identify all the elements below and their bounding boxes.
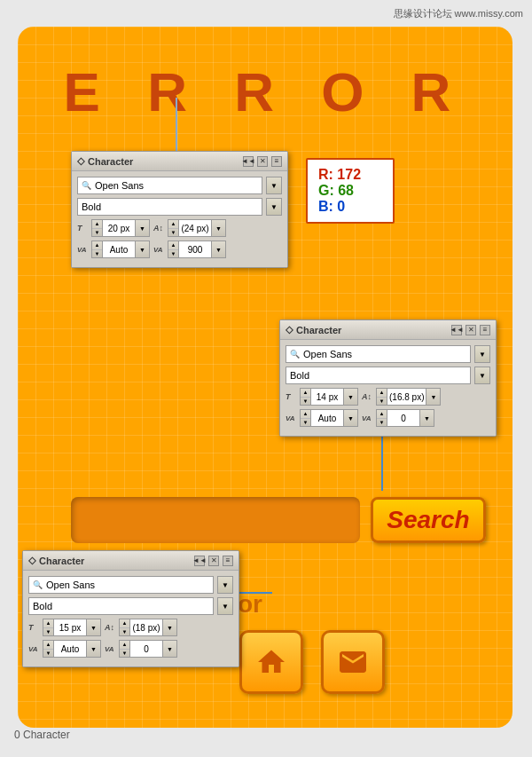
close-button-2[interactable]: ✕ [466, 325, 476, 335]
style-dropdown-3[interactable]: ▼ [217, 597, 233, 615]
size-dropdown-1[interactable]: ▼ [136, 219, 150, 237]
style-dropdown-1[interactable]: ▼ [266, 198, 282, 216]
size-down-3[interactable]: ▼ [43, 628, 53, 636]
kern-value-1[interactable]: Auto [102, 241, 136, 258]
close-button-3[interactable]: ✕ [208, 556, 219, 566]
track-arrows-3[interactable]: ▲ ▼ [119, 640, 129, 658]
kern-down-3[interactable]: ▼ [43, 650, 53, 658]
size-up-1[interactable]: ▲ [92, 220, 102, 229]
leading-arrows-2[interactable]: ▲ ▼ [376, 388, 387, 406]
leading-down-1[interactable]: ▼ [168, 229, 178, 237]
leading-dropdown-3[interactable]: ▼ [163, 619, 177, 636]
size-arrows-1[interactable]: ▲ ▼ [91, 219, 102, 237]
leading-value-3[interactable]: (18 px) [129, 619, 163, 636]
track-icon-3: VA [105, 645, 117, 653]
size-up-3[interactable]: ▲ [43, 619, 53, 628]
search-input[interactable] [71, 497, 360, 543]
leading-arrows-3[interactable]: ▲ ▼ [119, 619, 129, 636]
menu-button-1[interactable]: ≡ [271, 156, 282, 167]
size-up-2[interactable]: ▲ [301, 389, 310, 398]
kern-arrows-1[interactable]: ▲ ▼ [91, 241, 102, 258]
menu-button-3[interactable]: ≡ [223, 556, 233, 566]
track-arrows-2[interactable]: ▲ ▼ [376, 409, 387, 427]
track-icon-2: VA [362, 414, 374, 422]
size-arrows-2[interactable]: ▲ ▼ [300, 388, 310, 406]
leading-value-2[interactable]: (16.8 px) [387, 388, 426, 406]
size-down-1[interactable]: ▼ [92, 229, 102, 237]
panel-header-2: ◇ Character ◄◄ ✕ ≡ [280, 320, 496, 340]
track-group-3: VA ▲ ▼ 0 ▼ [105, 640, 177, 658]
size-dropdown-3[interactable]: ▼ [87, 619, 101, 636]
collapse-button-1[interactable]: ◄◄ [243, 156, 254, 167]
leading-arrows-1[interactable]: ▲ ▼ [168, 219, 178, 237]
track-dropdown-3[interactable]: ▼ [163, 640, 177, 658]
leading-down-3[interactable]: ▼ [120, 628, 129, 636]
track-dropdown-1[interactable]: ▼ [212, 241, 226, 258]
kern-group-3: VA ▲ ▼ Auto ▼ [28, 640, 101, 658]
leading-up-3[interactable]: ▲ [120, 619, 129, 628]
style-select-2[interactable]: Bold [286, 367, 471, 384]
collapse-button-3[interactable]: ◄◄ [194, 556, 205, 566]
kern-value-2[interactable]: Auto [310, 409, 344, 427]
kern-arrows-2[interactable]: ▲ ▼ [300, 409, 310, 427]
size-down-2[interactable]: ▼ [301, 398, 310, 406]
style-select-3[interactable]: Bold [28, 597, 214, 615]
kern-down-1[interactable]: ▼ [92, 250, 102, 258]
track-down-3[interactable]: ▼ [120, 650, 129, 658]
track-up-2[interactable]: ▲ [377, 410, 387, 419]
style-dropdown-2[interactable]: ▼ [474, 367, 490, 384]
font-input-1[interactable]: 🔍 Open Sans [77, 177, 262, 194]
panel-header-1: ◇ Character ◄◄ ✕ ≡ [72, 152, 287, 171]
kern-arrows-3[interactable]: ▲ ▼ [43, 640, 53, 658]
leading-up-2[interactable]: ▲ [377, 389, 387, 398]
size-value-1[interactable]: 20 px [102, 219, 136, 237]
track-down-1[interactable]: ▼ [168, 250, 178, 258]
size-value-3[interactable]: 15 px [53, 619, 87, 636]
font-name-2: Open Sans [303, 349, 352, 359]
kern-down-2[interactable]: ▼ [301, 419, 310, 427]
kern-up-2[interactable]: ▲ [301, 410, 310, 419]
track-dropdown-2[interactable]: ▼ [420, 409, 434, 427]
track-down-2[interactable]: ▼ [377, 419, 387, 427]
menu-button-2[interactable]: ≡ [480, 325, 490, 335]
close-button-1[interactable]: ✕ [257, 156, 268, 167]
kern-spin-3: ▲ ▼ Auto ▼ [43, 640, 101, 658]
style-select-1[interactable]: Bold [77, 198, 262, 216]
track-arrows-1[interactable]: ▲ ▼ [168, 241, 178, 258]
leading-down-2[interactable]: ▼ [377, 398, 387, 406]
watermark: 思缘设计论坛 www.missy.com [394, 7, 523, 20]
track-up-3[interactable]: ▲ [120, 641, 129, 650]
size-value-2[interactable]: 14 px [310, 388, 344, 406]
size-dropdown-2[interactable]: ▼ [344, 388, 358, 406]
track-value-2[interactable]: 0 [387, 409, 420, 427]
search-button[interactable]: Search [371, 497, 486, 543]
mail-button[interactable] [321, 630, 385, 694]
style-row-3: Bold ▼ [28, 597, 233, 615]
kern-dropdown-1[interactable]: ▼ [136, 241, 150, 258]
home-button[interactable] [239, 630, 303, 694]
font-dropdown-3[interactable]: ▼ [217, 576, 233, 594]
track-spin-3: ▲ ▼ 0 ▼ [119, 640, 177, 658]
track-value-1[interactable]: 900 [178, 241, 212, 258]
kern-up-1[interactable]: ▲ [92, 241, 102, 250]
leading-value-1[interactable]: (24 px) [178, 219, 212, 237]
leading-dropdown-1[interactable]: ▼ [212, 219, 226, 237]
font-dropdown-2[interactable]: ▼ [474, 345, 490, 363]
track-up-1[interactable]: ▲ [168, 241, 178, 250]
font-dropdown-1[interactable]: ▼ [266, 177, 282, 194]
kern-dropdown-2[interactable]: ▼ [344, 409, 358, 427]
track-value-3[interactable]: 0 [129, 640, 163, 658]
font-input-2[interactable]: 🔍 Open Sans [286, 345, 471, 363]
leading-dropdown-2[interactable]: ▼ [426, 388, 441, 406]
kern-row-1: VA ▲ ▼ Auto ▼ VA ▲ ▼ [77, 241, 282, 258]
connector-2 [381, 429, 383, 491]
leading-up-1[interactable]: ▲ [168, 220, 178, 229]
collapse-button-2[interactable]: ◄◄ [451, 325, 462, 335]
panel-header-3: ◇ Character ◄◄ ✕ ≡ [23, 551, 239, 571]
kern-value-3[interactable]: Auto [53, 640, 87, 658]
diamond-icon-3: ◇ [28, 555, 35, 566]
kern-dropdown-3[interactable]: ▼ [87, 640, 101, 658]
font-input-3[interactable]: 🔍 Open Sans [28, 576, 214, 594]
size-arrows-3[interactable]: ▲ ▼ [43, 619, 53, 636]
kern-up-3[interactable]: ▲ [43, 641, 53, 650]
